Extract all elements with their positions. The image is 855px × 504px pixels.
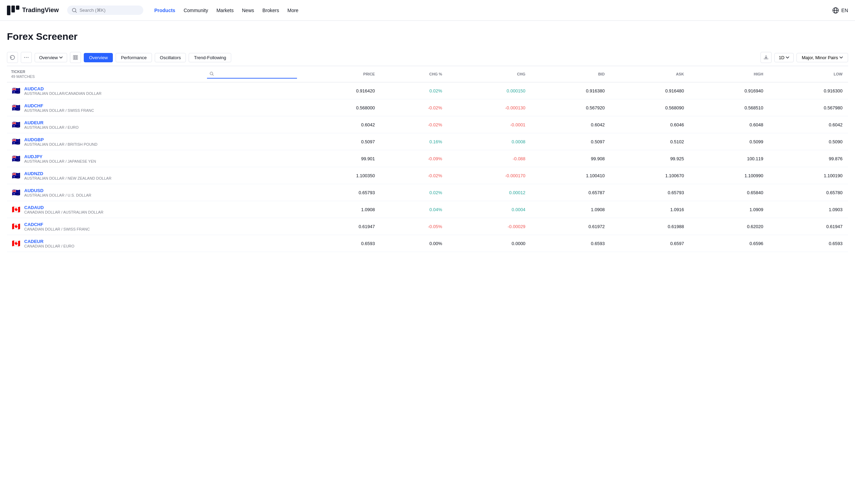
- toolbar: Overview Overview Performance Oscillator…: [7, 49, 848, 66]
- svg-point-8: [24, 57, 25, 58]
- td-high-5: 1.100990: [690, 167, 769, 184]
- td-chg-pct-7: 0.04%: [380, 201, 448, 218]
- ticker-name-1[interactable]: AUDCHF: [24, 103, 94, 108]
- nav-news[interactable]: News: [242, 8, 254, 13]
- nav-links: Products Community Markets News Brokers …: [154, 8, 298, 13]
- table-row: 🇦🇺 AUDUSD AUSTRALIAN DOLLAR / U.S. DOLLA…: [7, 184, 848, 201]
- th-chg-pct[interactable]: CHG %: [380, 66, 448, 82]
- ticker-name-7[interactable]: CADAUD: [24, 205, 104, 210]
- table-row: 🇦🇺 AUDCAD AUSTRALIAN DOLLAR/CANADIAN DOL…: [7, 82, 848, 99]
- svg-rect-13: [76, 55, 78, 60]
- td-ticker-9: 🇨🇦 CADEUR CANADIAN DOLLAR / EURO: [7, 235, 301, 252]
- flag-2: 🇦🇺: [11, 120, 21, 129]
- th-low[interactable]: LOW: [769, 66, 848, 82]
- td-bid-1: 0.567920: [531, 99, 610, 116]
- td-chg-3: 0.0008: [448, 133, 531, 150]
- th-ask[interactable]: ASK: [610, 66, 690, 82]
- ticker-name-2[interactable]: AUDEUR: [24, 120, 79, 125]
- nav-more[interactable]: More: [287, 8, 298, 13]
- more-icon: [24, 55, 29, 60]
- overview-dropdown[interactable]: Overview: [35, 53, 67, 62]
- td-ticker-4: 🇦🇺 AUDJPY AUSTRALIAN DOLLAR / JAPANESE Y…: [7, 150, 301, 167]
- flag-9: 🇨🇦: [11, 238, 21, 248]
- td-ask-9: 0.6597: [610, 235, 690, 252]
- svg-point-10: [28, 57, 28, 58]
- flag-0: 🇦🇺: [11, 86, 21, 96]
- th-price[interactable]: PRICE: [301, 66, 380, 82]
- logo[interactable]: TradingView: [7, 6, 59, 15]
- tab-oscillators[interactable]: Oscillators: [155, 53, 186, 62]
- search-box[interactable]: Search (⌘K): [67, 6, 143, 15]
- tab-trend-following[interactable]: Trend-Following: [189, 53, 231, 62]
- nav-brokers[interactable]: Brokers: [262, 8, 279, 13]
- ticker-name-4[interactable]: AUDJPY: [24, 154, 96, 159]
- th-bid[interactable]: BID: [531, 66, 610, 82]
- ticker-header-label: TICKER: [11, 70, 35, 74]
- td-price-1: 0.568000: [301, 99, 380, 116]
- nav-markets[interactable]: Markets: [216, 8, 234, 13]
- th-chg[interactable]: CHG: [448, 66, 531, 82]
- interval-label: 1D: [779, 55, 785, 60]
- td-ticker-8: 🇨🇦 CADCHF CANADIAN DOLLAR / SWISS FRANC: [7, 218, 301, 235]
- ticker-name-8[interactable]: CADCHF: [24, 222, 90, 227]
- td-price-4: 99.901: [301, 150, 380, 167]
- svg-rect-12: [75, 55, 76, 60]
- td-chg-pct-0: 0.02%: [380, 82, 448, 99]
- svg-rect-0: [7, 6, 10, 15]
- ticker-desc-4: AUSTRALIAN DOLLAR / JAPANESE YEN: [24, 159, 96, 163]
- td-high-7: 1.0909: [690, 201, 769, 218]
- ticker-name-3[interactable]: AUDGBP: [24, 137, 98, 142]
- chevron-down-icon: [59, 56, 63, 58]
- ticker-desc-7: CANADIAN DOLLAR / AUSTRALIAN DOLLAR: [24, 210, 104, 214]
- filter-button[interactable]: Major, Minor Pairs: [796, 53, 848, 62]
- flag-4: 🇦🇺: [11, 154, 21, 163]
- nav-products[interactable]: Products: [154, 8, 176, 13]
- td-ask-4: 99.925: [610, 150, 690, 167]
- td-price-8: 0.61947: [301, 218, 380, 235]
- more-options-button[interactable]: [21, 52, 32, 63]
- filter-chevron-icon: [839, 56, 843, 58]
- table-wrap: TICKER 49 MATCHES: [7, 66, 848, 252]
- download-button[interactable]: [760, 52, 772, 63]
- nav-right[interactable]: EN: [832, 7, 848, 14]
- table-body: 🇦🇺 AUDCAD AUSTRALIAN DOLLAR/CANADIAN DOL…: [7, 82, 848, 252]
- ticker-search-input[interactable]: [216, 71, 294, 76]
- td-ask-6: 0.65793: [610, 184, 690, 201]
- table-row: 🇦🇺 AUDNZD AUSTRALIAN DOLLAR / NEW ZEALAN…: [7, 167, 848, 184]
- table-row: 🇨🇦 CADAUD CANADIAN DOLLAR / AUSTRALIAN D…: [7, 201, 848, 218]
- td-low-1: 0.567980: [769, 99, 848, 116]
- ticker-name-6[interactable]: AUDUSD: [24, 188, 91, 193]
- ticker-name-9[interactable]: CADEUR: [24, 239, 74, 244]
- ticker-desc-0: AUSTRALIAN DOLLAR/CANADIAN DOLLAR: [24, 91, 101, 96]
- td-high-2: 0.6048: [690, 116, 769, 133]
- th-high[interactable]: HIGH: [690, 66, 769, 82]
- td-high-6: 0.65840: [690, 184, 769, 201]
- ticker-name-5[interactable]: AUDNZD: [24, 171, 111, 176]
- ticker-desc-5: AUSTRALIAN DOLLAR / NEW ZEALAND DOLLAR: [24, 176, 111, 180]
- td-chg-6: 0.00012: [448, 184, 531, 201]
- td-chg-pct-9: 0.00%: [380, 235, 448, 252]
- td-high-0: 0.916940: [690, 82, 769, 99]
- td-chg-pct-6: 0.02%: [380, 184, 448, 201]
- td-ticker-5: 🇦🇺 AUDNZD AUSTRALIAN DOLLAR / NEW ZEALAN…: [7, 167, 301, 184]
- refresh-icon: [10, 55, 15, 60]
- td-ticker-2: 🇦🇺 AUDEUR AUSTRALIAN DOLLAR / EURO: [7, 116, 301, 133]
- td-chg-pct-2: -0.02%: [380, 116, 448, 133]
- columns-button[interactable]: [70, 52, 81, 63]
- tab-performance[interactable]: Performance: [116, 53, 152, 62]
- logo-icon: [7, 6, 19, 15]
- nav-community[interactable]: Community: [183, 8, 208, 13]
- table-row: 🇦🇺 AUDJPY AUSTRALIAN DOLLAR / JAPANESE Y…: [7, 150, 848, 167]
- navbar: TradingView Search (⌘K) Products Communi…: [0, 0, 855, 21]
- ticker-header: TICKER 49 MATCHES: [7, 66, 301, 82]
- ticker-desc-8: CANADIAN DOLLAR / SWISS FRANC: [24, 227, 90, 231]
- td-low-8: 0.61947: [769, 218, 848, 235]
- refresh-button[interactable]: [7, 52, 18, 63]
- td-chg-pct-5: -0.02%: [380, 167, 448, 184]
- interval-button[interactable]: 1D: [774, 53, 794, 62]
- td-chg-pct-8: -0.05%: [380, 218, 448, 235]
- td-high-9: 0.6596: [690, 235, 769, 252]
- table-row: 🇦🇺 AUDCHF AUSTRALIAN DOLLAR / SWISS FRAN…: [7, 99, 848, 116]
- tab-overview[interactable]: Overview: [84, 53, 113, 62]
- ticker-name-0[interactable]: AUDCAD: [24, 86, 101, 91]
